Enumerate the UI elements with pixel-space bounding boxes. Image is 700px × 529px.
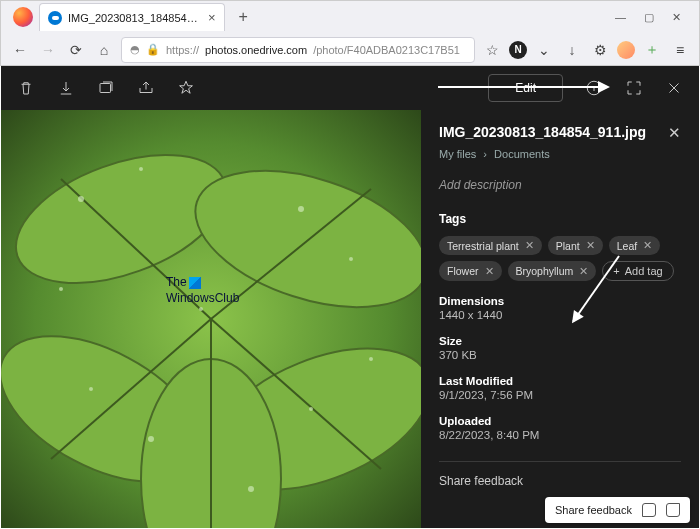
size-value: 370 KB [439,349,681,361]
edit-button[interactable]: Edit [488,74,563,102]
photo-preview[interactable]: The WindowsClub [1,110,421,528]
delete-icon[interactable] [17,79,35,97]
feedback-row: Share feedback [439,474,681,488]
annotation-arrow-info [438,86,608,88]
window-maximize-icon[interactable]: ▢ [644,11,654,24]
tag-chip[interactable]: Bryophyllum✕ [508,261,597,281]
tab-strip: IMG_20230813_184854_911.jp… × + — ▢ ✕ [1,1,699,33]
new-tab-button[interactable]: + [231,8,256,26]
window-controls: — ▢ ✕ [615,11,693,24]
main-area: The WindowsClub IMG_20230813_184854_911.… [1,110,699,528]
window-minimize-icon[interactable]: — [615,11,626,24]
url-prefix: https:// [166,44,199,56]
browser-chrome: IMG_20230813_184854_911.jp… × + — ▢ ✕ ← … [0,0,700,66]
description-field[interactable]: Add description [439,178,681,192]
nav-bar: ← → ⟳ ⌂ ◓ 🔒 https://photos.onedrive.com/… [1,33,699,66]
watermark: The WindowsClub [166,275,239,306]
tab-title: IMG_20230813_184854_911.jp… [68,12,198,24]
addon-plus-icon[interactable]: ＋ [641,39,663,61]
onedrive-icon [48,11,62,25]
modified-label: Last Modified [439,375,681,387]
tag-chip[interactable]: Plant✕ [548,236,603,255]
thumbs-down-icon[interactable] [666,503,680,517]
watermark-line2: WindowsClub [166,291,239,305]
breadcrumb-root[interactable]: My files [439,148,476,160]
svg-point-23 [369,357,373,361]
svg-point-14 [139,167,143,171]
back-icon[interactable]: ← [9,39,31,61]
share-icon[interactable] [137,79,155,97]
plus-icon: + [613,265,619,277]
modified-value: 9/1/2023, 7:56 PM [439,389,681,401]
tag-remove-icon[interactable]: ✕ [579,265,588,278]
menu-icon[interactable]: ≡ [669,39,691,61]
tag-remove-icon[interactable]: ✕ [586,239,595,252]
close-viewer-icon[interactable] [665,79,683,97]
tag-remove-icon[interactable]: ✕ [643,239,652,252]
profile-avatar-icon[interactable] [617,41,635,59]
tag-chip[interactable]: Leaf✕ [609,236,660,255]
window-close-icon[interactable]: ✕ [672,11,681,24]
share-feedback-pill[interactable]: Share feedback [545,497,690,523]
onedrive-photo-viewer: Edit [1,66,699,528]
dimensions-label: Dimensions [439,295,681,307]
svg-point-21 [199,307,203,311]
watermark-line1: The [166,275,187,289]
lock-icon: 🔒 [146,43,160,56]
feedback-pill-label: Share feedback [555,504,632,516]
thumbs-up-icon[interactable] [642,503,656,517]
download-icon[interactable]: ↓ [561,39,583,61]
divider [439,461,681,462]
svg-point-18 [148,436,154,442]
tab-close-icon[interactable]: × [208,10,216,25]
photo-content [1,110,421,528]
details-panel: IMG_20230813_184854_911.jpg ✕ My files ›… [421,110,699,528]
bookmark-icon[interactable]: ☆ [481,39,503,61]
svg-point-19 [309,407,313,411]
fullscreen-icon[interactable] [625,79,643,97]
svg-point-17 [89,387,93,391]
home-icon[interactable]: ⌂ [93,39,115,61]
url-path: /photo/F40ADBA0213C17B51 [313,44,460,56]
breadcrumb-separator: › [483,148,487,160]
svg-rect-0 [100,84,111,93]
extension-n-icon[interactable]: N [509,41,527,59]
tags-heading: Tags [439,212,681,226]
firefox-icon [13,7,33,27]
album-icon[interactable] [97,79,115,97]
size-label: Size [439,335,681,347]
svg-point-20 [248,486,254,492]
close-details-icon[interactable]: ✕ [668,124,681,142]
url-domain: photos.onedrive.com [205,44,307,56]
shield-icon: ◓ [130,43,140,56]
download-photo-icon[interactable] [57,79,75,97]
svg-point-13 [78,196,84,202]
forward-icon[interactable]: → [37,39,59,61]
browser-tab[interactable]: IMG_20230813_184854_911.jp… × [39,3,225,31]
breadcrumb-leaf[interactable]: Documents [494,148,550,160]
details-filename: IMG_20230813_184854_911.jpg [439,124,646,140]
tags-list: Terrestrial plant✕ Plant✕ Leaf✕ Flower✕ … [439,236,681,281]
photo-toolbar: Edit [1,66,699,110]
tag-chip[interactable]: Flower✕ [439,261,502,281]
svg-point-15 [298,206,304,212]
uploaded-label: Uploaded [439,415,681,427]
uploaded-value: 8/22/2023, 8:40 PM [439,429,681,441]
windows-logo-icon [189,277,201,289]
tag-remove-icon[interactable]: ✕ [525,239,534,252]
feedback-label: Share feedback [439,474,523,488]
svg-point-16 [349,257,353,261]
tag-remove-icon[interactable]: ✕ [485,265,494,278]
breadcrumb[interactable]: My files › Documents [439,148,681,160]
dimensions-value: 1440 x 1440 [439,309,681,321]
pocket-icon[interactable]: ⌄ [533,39,555,61]
reload-icon[interactable]: ⟳ [65,39,87,61]
favorite-icon[interactable] [177,79,195,97]
address-bar[interactable]: ◓ 🔒 https://photos.onedrive.com/photo/F4… [121,37,475,63]
svg-point-22 [59,287,63,291]
tag-chip[interactable]: Terrestrial plant✕ [439,236,542,255]
extensions-icon[interactable]: ⚙ [589,39,611,61]
